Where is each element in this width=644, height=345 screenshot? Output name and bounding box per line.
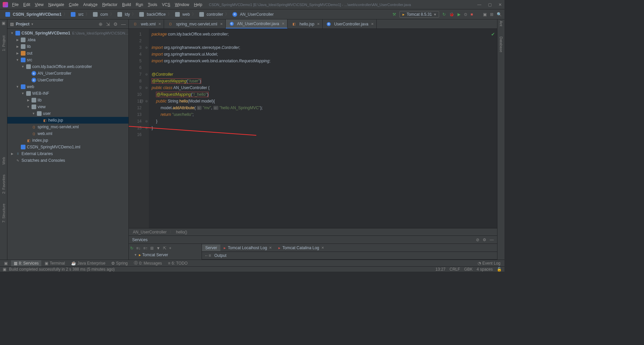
svc-wrap-icon[interactable]: ←≡ [205, 253, 211, 258]
status-indent[interactable]: 4 spaces [477, 267, 493, 272]
bb-todo[interactable]: ≡ 6: TODO [165, 260, 191, 266]
menu-tools[interactable]: Tools [148, 2, 157, 7]
project-tree[interactable]: ▼CSDN_SpringMVCDemo1E:\Java_Idea\SpringM… [7, 29, 128, 260]
svc-layout-icon[interactable]: ⊞ [150, 246, 154, 251]
url-gutter-icon[interactable]: @ [140, 98, 144, 105]
ide-settings-icon[interactable]: ⊞ [490, 12, 493, 17]
bc-com[interactable]: com [90, 11, 109, 17]
tool-favorites[interactable]: 2: Favorites [2, 175, 6, 194]
tool-project[interactable]: 1: Project [2, 36, 6, 51]
tree-item[interactable]: ▼WEB-INF [7, 90, 128, 97]
tree-item[interactable]: ⟨⟩web.xml [7, 130, 128, 137]
menu-build[interactable]: Build [122, 2, 131, 7]
bb-spring[interactable]: ✿ Spring [109, 260, 130, 266]
menu-run[interactable]: Run [136, 2, 143, 7]
bc-ldy[interactable]: ldy [115, 11, 131, 17]
tab-close-icon[interactable]: ✕ [158, 22, 161, 26]
svc-tomcat-node[interactable]: ▼▸Tomcat Server [130, 252, 200, 258]
profile-icon[interactable]: ⊙ [464, 12, 467, 17]
menu-file[interactable]: File [12, 2, 18, 7]
tool-database[interactable]: Database [499, 37, 503, 52]
editor-tab[interactable]: ⟨⟩spring_mvc-servlet.xml✕ [164, 19, 226, 28]
bc-web[interactable]: web [172, 11, 191, 17]
svc-tab-localhost[interactable]: ▸Tomcat Localhost Log✕ [220, 245, 275, 251]
tab-close-icon[interactable]: ✕ [282, 22, 284, 25]
svc-add-icon[interactable]: + [169, 246, 171, 251]
run-icon[interactable]: ↻ [442, 12, 446, 17]
tree-root[interactable]: ▼CSDN_SpringMVCDemo1E:\Java_Idea\SpringM… [7, 30, 128, 37]
svc-rerun-icon[interactable]: ↻ [130, 246, 133, 251]
services-link-icon[interactable]: ⊘ [476, 237, 479, 242]
menu-code[interactable]: Code [69, 2, 78, 7]
tree-item[interactable]: CUserController [7, 77, 128, 83]
services-hide-icon[interactable]: — [490, 237, 494, 242]
svc-filter1-icon[interactable]: ≡↓ [136, 246, 141, 251]
tab-close-icon[interactable]: ✕ [371, 22, 374, 26]
bb-messages[interactable]: ⓪ 0: Messages [131, 260, 165, 267]
code-body[interactable]: ✔ package com.ldy.backOffice.web.control… [149, 29, 497, 228]
bc-class[interactable]: CAN_UserController [230, 11, 275, 17]
tree-item[interactable]: ▶out [7, 50, 128, 57]
close-icon[interactable]: ✕ [498, 2, 502, 7]
tree-item[interactable]: ✎Scratches and Consoles [7, 157, 128, 164]
tree-item[interactable]: CAN_UserController [7, 70, 128, 77]
search-icon[interactable]: 🔍 [497, 12, 502, 17]
tree-item[interactable]: ▼src [7, 57, 128, 63]
tool-web[interactable]: Web [2, 157, 6, 164]
bb-terminal[interactable]: ▣ Terminal [42, 260, 67, 266]
tree-item[interactable]: CSDN_SpringMVCDemo1.iml [7, 144, 128, 150]
tree-item[interactable]: ⟨⟩spring_mvc-servlet.xml [7, 124, 128, 130]
status-icon[interactable]: ▣ [3, 267, 6, 272]
bb-javaee[interactable]: ☕ Java Enterprise [68, 260, 108, 266]
svc-export-icon[interactable]: ⇱ [163, 246, 166, 251]
crumb-class[interactable]: AN_UserController [133, 230, 167, 234]
bb-toggle-icon[interactable]: ▣ [1, 260, 10, 266]
menu-refactor[interactable]: Refactor [102, 2, 117, 7]
run-config-selector[interactable]: ▸Tomcat 8.5.31▾ [399, 11, 439, 18]
tree-item[interactable]: ◧hello.jsp [7, 117, 128, 124]
update-icon[interactable]: ▣ [483, 12, 487, 17]
editor-tab[interactable]: ⟨⟩web.xml✕ [129, 19, 164, 28]
menu-help[interactable]: Help [194, 2, 202, 7]
status-lock-icon[interactable]: 🔓 [497, 267, 502, 272]
crumb-method[interactable]: hello() [176, 230, 187, 234]
svc-tab-server[interactable]: Server [202, 245, 220, 251]
gear-icon[interactable]: ⚙ [113, 21, 118, 27]
svc-filter2-icon[interactable]: ≡↑ [143, 246, 148, 251]
bb-eventlog[interactable]: ◔ Event Log [475, 260, 503, 266]
tree-item[interactable]: ▼web [7, 83, 128, 90]
hide-icon[interactable]: — [121, 21, 126, 27]
maximize-icon[interactable]: ▢ [488, 2, 492, 7]
editor-tab[interactable]: CAN_UserController.java✕ [226, 19, 287, 28]
bb-services[interactable]: ▦ 8: Services [11, 260, 41, 266]
status-encoding[interactable]: GBK [464, 267, 473, 272]
stop-icon[interactable]: ■ [471, 12, 473, 17]
coverage-icon[interactable]: ▶ [458, 12, 461, 17]
menu-window[interactable]: Window [175, 2, 189, 7]
menu-view[interactable]: View [35, 2, 44, 7]
menu-navigate[interactable]: Navigate [48, 2, 64, 7]
minimize-icon[interactable]: — [477, 2, 481, 7]
tab-close-icon[interactable]: ✕ [220, 22, 223, 26]
bc-root[interactable]: CSDN_SpringMVCDemo1 [3, 11, 63, 17]
tree-item[interactable]: ▶.idea [7, 37, 128, 43]
fold-gutter[interactable]: ⊖⊖⊖⊖⊖⊖ [144, 29, 149, 228]
tree-item[interactable]: ▼view [7, 104, 128, 110]
bc-controller[interactable]: controller [197, 11, 224, 17]
menu-vcs[interactable]: VCS [162, 2, 170, 7]
svc-filter-icon[interactable]: ▼ [156, 246, 160, 251]
code-editor[interactable]: 12345678910111213141516 ⊖⊖⊖⊖⊖⊖ ✔ package… [129, 29, 497, 228]
svc-tab-catalina[interactable]: ▸Tomcat Catalina Log✕ [275, 245, 327, 251]
tool-structure[interactable]: 7: Structure [2, 204, 6, 223]
tool-ant[interactable]: Ant [499, 21, 503, 26]
debug-icon[interactable]: 🐞 [449, 12, 454, 17]
tree-item[interactable]: ▶lib [7, 43, 128, 50]
locate-icon[interactable]: ⊕ [99, 21, 103, 27]
services-gear-icon[interactable]: ⚙ [483, 237, 486, 242]
tree-item[interactable]: ▼user [7, 110, 128, 117]
expand-icon[interactable]: ⇲ [106, 21, 110, 27]
status-eol[interactable]: CRLF [449, 267, 460, 272]
menu-edit[interactable]: Edit [23, 2, 30, 7]
editor-tab[interactable]: CUserController.java✕ [323, 19, 377, 28]
bc-backoffice[interactable]: backOffice [137, 11, 167, 17]
